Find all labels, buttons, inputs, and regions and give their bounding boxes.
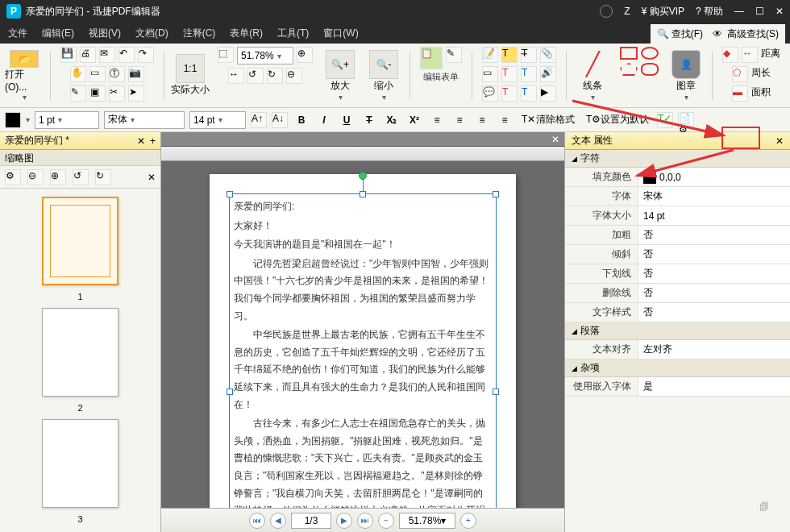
enlarge-button[interactable]: 🔍+ 放大▾ <box>321 50 360 102</box>
attach-icon[interactable]: 📎 <box>540 47 556 63</box>
menu-tool[interactable]: 工具(T) <box>277 27 309 40</box>
menu-doc[interactable]: 文档(D) <box>135 27 168 40</box>
superscript-button[interactable]: X² <box>405 111 423 129</box>
resize-handle[interactable] <box>360 191 366 197</box>
font-grow-icon[interactable]: A↑ <box>251 112 267 128</box>
replace-icon[interactable]: T <box>521 85 537 102</box>
form-icon[interactable]: 📋 <box>420 47 443 69</box>
underline-red-icon[interactable]: T <box>501 66 518 82</box>
set-default-button[interactable]: T⚙设置为默认 <box>583 111 652 128</box>
sound-icon[interactable]: 🔊 <box>540 66 556 82</box>
pointer-icon[interactable]: ➤ <box>128 85 144 102</box>
vip-button[interactable]: ¥ 购买VIP <box>642 5 684 19</box>
user-label[interactable]: Z <box>624 6 630 17</box>
adv-find-button[interactable]: 👁高级查找(S) <box>709 26 782 43</box>
menu-window[interactable]: 窗口(W) <box>323 27 358 40</box>
thumbnail-2[interactable] <box>42 308 118 397</box>
rotate-right-icon[interactable]: ↻ <box>267 68 283 84</box>
redo-icon[interactable]: ↷ <box>138 47 154 63</box>
rect-icon[interactable] <box>620 47 638 60</box>
video-icon[interactable]: ▶ <box>540 85 556 102</box>
nav-zoom-out-button[interactable]: − <box>378 513 394 529</box>
rotate-left-icon[interactable]: ↺ <box>247 68 264 84</box>
thumbnail-1[interactable] <box>42 197 118 285</box>
doc-tab[interactable]: 亲爱的同学们 * <box>5 134 69 148</box>
prop-italic[interactable]: 倾斜否 <box>565 245 790 264</box>
print-icon[interactable]: 🖨 <box>80 47 96 63</box>
shrink-button[interactable]: 🔍- 缩小▾ <box>364 50 403 102</box>
resize-handle[interactable] <box>227 191 233 197</box>
last-page-button[interactable]: ⏭ <box>357 513 373 529</box>
section-character[interactable]: ◢字符 <box>565 150 790 168</box>
tab-close-icon[interactable]: ✕ <box>137 135 145 147</box>
properties-close-icon[interactable]: ✕ <box>775 135 784 147</box>
text-settings-icon[interactable]: 📄⚙ <box>678 112 694 128</box>
open-button[interactable]: 📂 打开(O)...▾ <box>5 50 44 102</box>
align-left-button[interactable]: ≡ <box>428 111 446 129</box>
area-icon[interactable]: ▬ <box>732 85 748 102</box>
rotate-handle[interactable] <box>359 172 367 180</box>
align-center-button[interactable]: ≡ <box>451 111 468 129</box>
first-page-button[interactable]: ⏮ <box>249 513 265 529</box>
stamp-button[interactable]: 👤 图章▾ <box>667 50 705 102</box>
bold-button[interactable]: B <box>293 111 310 129</box>
snapshot-icon[interactable]: 📷 <box>128 66 144 82</box>
undo-icon[interactable]: ↶ <box>118 47 135 63</box>
menu-file[interactable]: 文件 <box>8 27 27 40</box>
menu-comment[interactable]: 注释(C) <box>183 27 216 40</box>
clip-icon[interactable]: ✂ <box>109 85 125 102</box>
prop-align[interactable]: 文本对齐左对齐 <box>565 340 790 360</box>
align-right-button[interactable]: ≡ <box>473 111 491 129</box>
resize-handle[interactable] <box>493 191 499 197</box>
maximize-button[interactable]: ☐ <box>755 6 764 17</box>
textbox-icon[interactable]: ▭ <box>482 66 498 82</box>
align-justify-button[interactable]: ≡ <box>496 111 514 129</box>
prop-embed[interactable]: 使用嵌入字体是 <box>565 377 790 397</box>
actual-size-button[interactable]: 1:1 实际大小 <box>171 50 210 102</box>
minimize-button[interactable]: — <box>734 6 744 17</box>
text-select-icon[interactable]: Ⓣ <box>109 66 125 82</box>
resize-handle[interactable] <box>227 389 233 395</box>
prop-font[interactable]: 字体宋体 <box>565 187 790 206</box>
select-icon[interactable]: ▭ <box>89 66 106 82</box>
prop-fillcolor[interactable]: 填充颜色0,0,0 <box>565 168 790 187</box>
edit-text-icon[interactable]: ✎ <box>70 85 86 102</box>
underline-button[interactable]: U <box>338 111 356 129</box>
thumb-zoom-in-icon[interactable]: ⊕ <box>50 169 66 185</box>
page-1[interactable]: 亲爱的同学们: 大家好！ 今天我演讲的题目是"和祖国在一起"！ 记得先哲梁启超曾… <box>210 174 516 508</box>
thumb-rotate-right-icon[interactable]: ↻ <box>95 169 111 185</box>
email-icon[interactable]: ✉ <box>99 47 115 63</box>
line-button[interactable]: ╱ 线条▾ <box>573 50 612 102</box>
line-color-icon[interactable] <box>5 112 21 128</box>
help-button[interactable]: ? 帮助 <box>696 5 723 19</box>
prop-strike[interactable]: 删除线否 <box>565 284 790 303</box>
prop-style[interactable]: 文字样式否 <box>565 303 790 322</box>
strike-button[interactable]: T <box>360 111 378 129</box>
zoom-field[interactable]: 51.78%▾ <box>237 47 293 64</box>
insert-icon[interactable]: T <box>521 66 537 82</box>
section-paragraph[interactable]: ◢段落 <box>565 322 790 340</box>
edit-obj-icon[interactable]: ▣ <box>89 85 106 102</box>
form-edit-icon[interactable]: ✎ <box>446 47 462 63</box>
text-selection-box[interactable] <box>229 193 497 508</box>
menu-edit[interactable]: 编辑(E) <box>42 27 74 40</box>
zoom-in-icon[interactable]: ⊕ <box>297 47 313 63</box>
page-viewport[interactable]: 亲爱的同学们: 大家好！ 今天我演讲的题目是"和祖国在一起"！ 记得先哲梁启超曾… <box>161 161 564 508</box>
nav-zoom-field[interactable]: 51.78% ▾ <box>399 513 455 529</box>
menu-view[interactable]: 视图(V) <box>89 27 121 40</box>
strikeout-icon[interactable]: T̶ <box>521 47 537 63</box>
polygon-icon[interactable] <box>620 63 638 76</box>
zoom-out-icon[interactable]: ⊖ <box>286 68 302 84</box>
fit-page-icon[interactable]: ⬚ <box>218 47 234 63</box>
save-icon[interactable]: 💾 <box>60 47 77 63</box>
thumbnails-close-icon[interactable]: ✕ <box>148 172 156 183</box>
squiggly-icon[interactable]: T <box>501 85 518 102</box>
italic-button[interactable]: I <box>315 111 333 129</box>
prop-underline[interactable]: 下划线否 <box>565 264 790 284</box>
cloud-icon[interactable] <box>641 63 659 76</box>
menu-form[interactable]: 表单(R) <box>230 27 263 40</box>
thumb-zoom-out-icon[interactable]: ⊖ <box>27 169 44 185</box>
font-shrink-icon[interactable]: A↓ <box>272 112 288 128</box>
section-misc[interactable]: ◢杂项 <box>565 360 790 377</box>
oval-icon[interactable] <box>641 47 659 60</box>
